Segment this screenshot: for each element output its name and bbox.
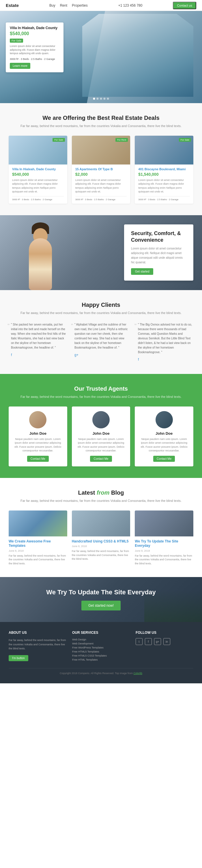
contact-button[interactable]: Contact us <box>173 2 196 9</box>
deals-title: We are Offering the Best Real Estate Dea… <box>9 115 193 121</box>
footer-service-2[interactable]: Web Development <box>72 642 130 645</box>
property-name-3[interactable]: 401 Biscayne Boulevard, Miami <box>138 167 190 171</box>
blog-title: Latest from Blog <box>9 490 193 496</box>
agents-grid: John Doe Neque paudem nam usto ipsum. Lo… <box>9 406 193 466</box>
navbar-links: Buy Rent Properties <box>49 3 88 7</box>
agent-name-2: John Doe <box>76 431 126 436</box>
agent-avatar-3 <box>155 411 173 428</box>
footer-twitter-icon[interactable]: t <box>136 638 143 645</box>
blog-header: Latest from Blog Far far away, behind th… <box>9 490 193 503</box>
person-body <box>29 238 52 290</box>
deals-section: We are Offering the Best Real Estate Dea… <box>0 103 202 215</box>
footer-about-button[interactable]: I'm button <box>9 655 28 661</box>
blog-subtitle: Far far away, behind the word mountains,… <box>9 498 193 503</box>
footer-googleplus-icon[interactable]: g+ <box>154 638 161 645</box>
blog-image-1 <box>9 510 67 536</box>
hero-dot-4[interactable] <box>104 98 106 100</box>
blog-card-1: We Create Awesome Free Templates June 8,… <box>9 510 67 566</box>
comfort-get-started-button[interactable]: Get started <box>131 268 153 275</box>
property-card-2: For Rent 15 Apartments Of Type B $2,000 … <box>72 136 130 204</box>
agent-avatar-2 <box>92 411 110 428</box>
footer-services-title: OUR SERVICES <box>72 631 130 634</box>
testimonial-2: " " Alphabet Village and the sublime of … <box>72 322 130 363</box>
footer-copyright-link[interactable]: Colorlib <box>133 672 142 675</box>
footer-service-4[interactable]: Free HTML5 Templates <box>72 650 130 653</box>
footer-about-text: Far far away, behind the word mountains,… <box>9 638 66 651</box>
hero-dot-5[interactable] <box>107 98 109 100</box>
hero-property-card: Villa In Hialeah, Dade County $540,000 F… <box>6 23 64 72</box>
agent-desc-2: Neque paudem nam usto ipsum. Lorem ipsum… <box>76 437 126 453</box>
property-name-2[interactable]: 15 Apartments Of Type B <box>75 167 127 171</box>
property-desc-1: Lorem ipsum dolor sit amet consectetur a… <box>12 178 64 194</box>
footer-service-3[interactable]: Free WordPress Templates <box>72 646 130 649</box>
property-stats-3: 3000 ft² · 3 Beds · 2.5 Baths · 2 Garage <box>138 196 190 201</box>
hero-dots <box>93 98 109 100</box>
hero-dot-2[interactable] <box>97 98 99 100</box>
blog-post-date-2: June 8, 2018 <box>72 545 130 548</box>
footer-service-1[interactable]: Web Design <box>72 638 130 641</box>
footer-social-icons: t f g+ in <box>136 638 193 645</box>
agent-name-3: John Doe <box>140 431 189 436</box>
agent-contact-button-3[interactable]: Contact Me <box>153 456 175 462</box>
hero-dot-3[interactable] <box>100 98 102 100</box>
comfort-title: Security, Comfort, & Convenience <box>131 230 186 244</box>
property-price-2: $2,000 <box>75 172 127 177</box>
property-image-2: For Rent <box>72 136 130 164</box>
navbar-phone: +1 123 456 780 <box>118 3 143 7</box>
blog-post-title-1[interactable]: We Create Awesome Free Templates <box>9 539 67 548</box>
nav-buy[interactable]: Buy <box>49 3 55 7</box>
hero-learn-more-button[interactable]: Learn more <box>10 63 30 69</box>
property-desc-3: Lorem ipsum dolor sit amet consectetur a… <box>138 178 190 194</box>
footer-facebook-icon[interactable]: f <box>145 638 152 645</box>
testimonials-section: Happy Clients Far far away, behind the w… <box>0 290 202 374</box>
testimonial-social-2: g+ <box>74 352 130 358</box>
blog-post-title-2[interactable]: Handcrafted Using CSS3 & HTML5 <box>72 539 130 544</box>
property-card-3: For Sale 401 Biscayne Boulevard, Miami $… <box>135 136 193 204</box>
footer-bottom: Copyright 2018 Comperio. All Rights Rese… <box>9 668 193 675</box>
blog-post-title-3[interactable]: We Try To Update The Site Everyday <box>135 539 193 548</box>
agent-desc-1: Neque paudem nam usto ipsum. Lorem ipsum… <box>13 437 62 453</box>
footer-about-title: ABOUT US <box>9 631 66 634</box>
nav-rent[interactable]: Rent <box>60 3 67 7</box>
agents-header: Our Trusted Agents Far far away, behind … <box>9 385 193 400</box>
footer-follow-title: FOLLOW US <box>136 631 193 634</box>
property-price-3: $1,540,000 <box>138 172 190 177</box>
footer-service-5[interactable]: Free HTML5 CSS3 Templates <box>72 654 130 657</box>
property-badge-1: For Sale <box>52 138 65 142</box>
blog-image-3 <box>135 510 193 536</box>
navbar: Estate Buy Rent Properties +1 123 456 78… <box>0 0 202 11</box>
hero-dot-1[interactable] <box>93 98 95 100</box>
property-desc-2: Lorem ipsum dolor sit amet consectetur a… <box>75 178 127 194</box>
cta-get-started-button[interactable]: Get started now! <box>81 601 121 611</box>
footer-grid: ABOUT US Far far away, behind the word m… <box>9 631 193 662</box>
hero-section: Villa In Hialeah, Dade County $540,000 F… <box>0 11 202 103</box>
property-info-1: Villa In Hialeah, Dade County $540,000 L… <box>9 164 67 204</box>
blog-post-excerpt-2: Far far away, behind the word mountains,… <box>72 549 130 561</box>
agents-section: Our Trusted Agents Far far away, behind … <box>0 374 202 478</box>
comfort-section: Security, Comfort, & Convenience Lorem i… <box>0 215 202 290</box>
property-name-1[interactable]: Villa In Hialeah, Dade County <box>12 167 64 171</box>
blog-post-date-1: June 8, 2018 <box>9 549 67 552</box>
cta-section: We Try To Update The Site Everyday Get s… <box>0 577 202 622</box>
footer-service-6[interactable]: Free HTML Templates <box>72 658 130 661</box>
deals-subtitle: Far far away, behind the word mountains,… <box>9 124 193 129</box>
agent-card-3: John Doe Neque paudem nam usto ipsum. Lo… <box>135 406 193 466</box>
agent-contact-button-1[interactable]: Contact Me <box>27 456 49 462</box>
blog-section: Latest from Blog Far far away, behind th… <box>0 478 202 577</box>
blog-post-excerpt-3: Far far away, behind the word mountains,… <box>135 554 193 566</box>
property-badge-3: For Sale <box>179 138 191 142</box>
nav-properties[interactable]: Properties <box>72 3 88 7</box>
testimonials-header: Happy Clients Far far away, behind the w… <box>9 302 193 316</box>
footer-services-col: OUR SERVICES Web Design Web Development … <box>72 631 130 662</box>
navbar-brand: Estate <box>6 3 19 8</box>
property-info-2: 15 Apartments Of Type B $2,000 Lorem ips… <box>72 164 130 204</box>
testimonial-text-3: " The Big Oxmox advised her not to do so… <box>138 322 193 354</box>
footer-linkedin-icon[interactable]: in <box>163 638 170 645</box>
blog-card-3: We Try To Update The Site Everyday June … <box>135 510 193 566</box>
hero-building-detail <box>82 14 193 97</box>
agent-contact-button-2[interactable]: Contact Me <box>90 456 112 462</box>
hero-card-title: Villa In Hialeah, Dade County <box>10 26 59 30</box>
hero-card-stats: 3000 ft² · 3 Beds · 2.5 Baths · 2 Garage <box>10 58 59 61</box>
agent-card-2: John Doe Neque paudem nam usto ipsum. Lo… <box>72 406 130 466</box>
testimonial-text-1: " She packed her seven versalia, put her… <box>11 322 66 350</box>
